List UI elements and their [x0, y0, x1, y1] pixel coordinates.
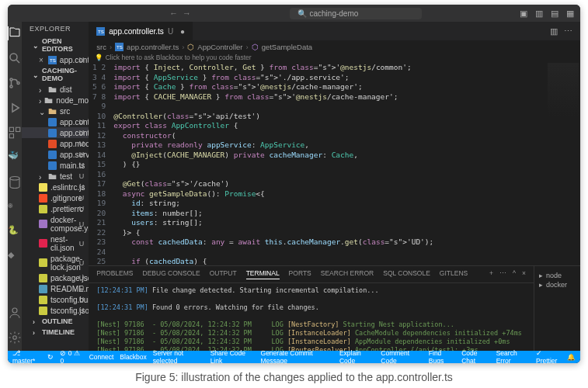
nav-back[interactable]: ← — [169, 9, 178, 18]
status-9[interactable]: Comment Code — [381, 349, 422, 363]
status-7[interactable]: Generate Commit Message — [261, 349, 333, 363]
scm-icon[interactable] — [8, 76, 22, 90]
scm-badge: U — [79, 151, 85, 158]
svg-rect-5 — [16, 127, 20, 131]
status-0[interactable]: ⎇ master* — [12, 349, 41, 363]
status-1[interactable]: ↻ — [47, 353, 54, 361]
file-tsconfig.json[interactable]: tsconfig.json U — [22, 305, 89, 316]
file-.eslintrc.js[interactable]: .eslintrc.js U — [22, 182, 89, 192]
activitybar: 🐳 ⎈ 🐍 ◆ — [8, 22, 22, 351]
search-icon[interactable] — [8, 51, 22, 65]
folder-test[interactable]: › test U — [22, 171, 89, 182]
command-center[interactable]: 🔍 caching-demo — [290, 8, 422, 19]
file-.prettierrc[interactable]: .prettierrc U — [22, 203, 89, 214]
more-icon[interactable]: ⋯ — [564, 26, 572, 36]
timeline-section[interactable]: ›TIMELINE — [22, 327, 89, 338]
terminal-output[interactable]: [12:24:31 PM] File change detected. Star… — [89, 283, 534, 351]
account-icon[interactable] — [8, 306, 22, 320]
file-app.controller.ts[interactable]: app.controller.ts U — [22, 127, 89, 138]
file-package.json[interactable]: package.json U — [22, 272, 89, 283]
file-app.service.ts[interactable]: app.service.ts U — [22, 149, 89, 160]
panel-more-icon[interactable]: ⋯ — [499, 269, 506, 279]
explorer-icon[interactable] — [8, 26, 21, 40]
blackbox-icon[interactable]: ◆ — [8, 250, 22, 264]
file-main.ts[interactable]: main.ts U — [22, 160, 89, 171]
settings-gear-icon[interactable] — [8, 331, 22, 345]
layout-toggle-left-icon[interactable]: ▣ — [520, 9, 527, 19]
status-11[interactable]: Code Chat — [461, 349, 490, 363]
panel-tab-output[interactable]: OUTPUT — [210, 269, 237, 279]
file-.gitignore[interactable]: .gitignore U — [22, 192, 89, 203]
file-tsconfig.build.json[interactable]: tsconfig.build.json U — [22, 294, 89, 305]
scm-badge: U — [79, 285, 85, 293]
file-app.controller.spec.ts[interactable]: app.controller.spec.ts U — [22, 116, 89, 127]
remote-icon[interactable]: ⎈ — [8, 200, 22, 214]
folder-src[interactable]: ⌄ src — [22, 106, 89, 116]
bottom-panel: PROBLEMSDEBUG CONSOLEOUTPUTTERMINALPORTS… — [89, 265, 580, 351]
blackbox-hint[interactable]: 💡 Click here to ask Blackbox to help you… — [89, 54, 580, 61]
status-Prettier[interactable]: ✓ Prettier — [536, 349, 561, 363]
file-package-lock.json[interactable]: package-lock.json U — [22, 253, 89, 272]
nav-fwd[interactable]: → — [183, 9, 191, 18]
breadcrumb[interactable]: src› TS app.controller.ts› ⬡AppControlle… — [89, 40, 580, 54]
open-editors-section[interactable]: ⌄OPEN EDITORS — [22, 36, 89, 54]
scm-badge: U — [79, 140, 85, 147]
close-icon[interactable]: × — [39, 56, 43, 64]
layout-custom-icon[interactable]: ▦ — [566, 9, 574, 19]
folder-dist[interactable]: › dist — [22, 84, 89, 95]
status-6[interactable]: Share Code Link — [210, 349, 255, 363]
scm-badge: U — [79, 183, 85, 191]
extensions-icon[interactable] — [8, 126, 22, 140]
panel-tab-problems[interactable]: PROBLEMS — [96, 269, 133, 279]
search-text: caching-demo — [310, 9, 359, 18]
status-2[interactable]: ⊘ 0 ⚠ 0 — [60, 349, 82, 363]
ts-icon: TS — [115, 43, 124, 51]
file-app.module.ts[interactable]: app.module.ts U — [22, 138, 89, 149]
layout-panel-icon[interactable]: ▥ — [535, 9, 543, 19]
status-8[interactable]: Explain Code — [339, 349, 374, 363]
svg-rect-23 — [39, 274, 47, 282]
status-5[interactable]: Server not selected — [153, 349, 204, 363]
layout-right-icon[interactable]: ▤ — [551, 9, 558, 19]
status-4[interactable]: Blackbox — [120, 353, 147, 361]
notification-icon[interactable]: 🔔 — [567, 349, 576, 363]
split-icon[interactable]: ▥ — [550, 26, 558, 36]
status-3[interactable]: Connect — [89, 353, 114, 361]
terminal-node[interactable]: ▸ node — [539, 271, 576, 280]
panel-tab-ports[interactable]: PORTS — [289, 269, 311, 279]
folder-icon — [48, 172, 57, 181]
docker-icon[interactable]: 🐳 — [8, 151, 22, 165]
debug-icon[interactable] — [8, 101, 22, 115]
file-icon — [39, 239, 47, 248]
new-terminal-icon[interactable]: + — [489, 269, 493, 279]
python-icon[interactable]: 🐍 — [8, 225, 22, 239]
db-icon[interactable] — [8, 175, 22, 189]
terminal-list: ▸ node ▸ docker — [534, 266, 580, 351]
folder-node_modules[interactable]: › node_modules — [22, 95, 89, 106]
file-icon — [39, 296, 47, 304]
panel-tab-terminal[interactable]: TERMINAL — [246, 269, 280, 279]
panel-tab-gitlens[interactable]: GITLENS — [440, 269, 468, 279]
panel-close-icon[interactable]: × — [522, 269, 526, 279]
panel-tab-sql-console[interactable]: SQL CONSOLE — [383, 269, 430, 279]
panel-tab-debug-console[interactable]: DEBUG CONSOLE — [143, 269, 200, 279]
panel-tab-search-error[interactable]: SEARCH ERROR — [321, 269, 374, 279]
tab-app-controller[interactable]: TS app.controller.ts U ● — [89, 22, 193, 40]
svg-rect-13 — [48, 129, 57, 137]
status-12[interactable]: Search Error — [496, 349, 530, 363]
minimap[interactable] — [546, 61, 580, 265]
panel-max-icon[interactable]: ^ — [513, 269, 516, 279]
project-section[interactable]: ⌄CACHING-DEMO — [22, 65, 89, 84]
folder-icon — [48, 85, 57, 94]
file-nest-cli.json[interactable]: nest-cli.json U — [22, 234, 89, 253]
file-docker-compose.yml[interactable]: docker-compose.yml U — [22, 214, 89, 234]
code-area[interactable]: import { Inject, Controller, Get } from … — [110, 61, 580, 265]
status-10[interactable]: Find Bugs — [429, 349, 455, 363]
terminal-docker[interactable]: ▸ docker — [539, 280, 576, 289]
file-README.md[interactable]: README.md U — [22, 283, 89, 294]
scm-badge: U — [79, 129, 85, 137]
scm-badge: U — [79, 172, 85, 180]
outline-section[interactable]: ›OUTLINE — [22, 316, 89, 327]
open-editor-item[interactable]: × TS app.controller.ts src U — [22, 54, 89, 65]
scm-badge: U — [79, 259, 85, 267]
